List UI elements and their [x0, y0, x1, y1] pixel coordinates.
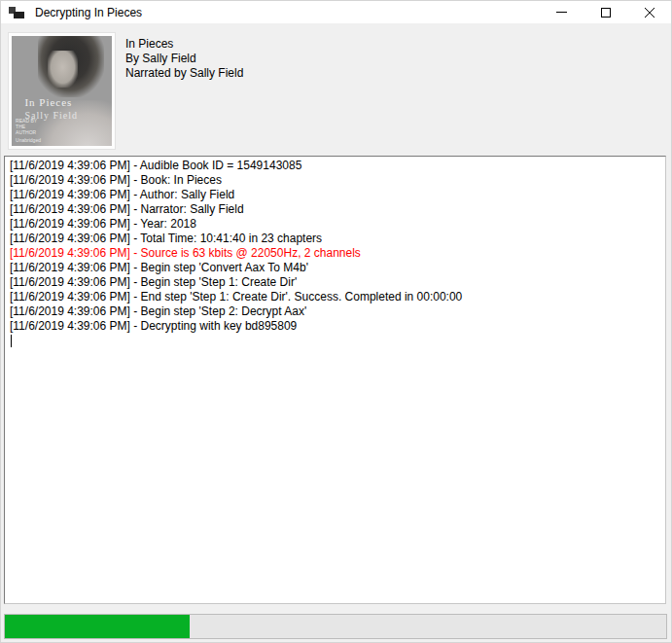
log-lines: [11/6/2019 4:39:06 PM] - Audible Book ID… — [10, 159, 665, 334]
cover-readby-text: READ BY THE AUTHOR — [16, 118, 41, 135]
window-title: Decrypting In Pieces — [35, 6, 540, 19]
progress-bar — [4, 614, 667, 639]
minimize-icon — [556, 12, 567, 13]
log-line: [11/6/2019 4:39:06 PM] - Author: Sally F… — [10, 188, 665, 202]
book-info: In Pieces By Sally Field Narrated by Sal… — [125, 37, 243, 81]
minimize-button[interactable] — [540, 1, 584, 23]
maximize-icon — [601, 8, 611, 18]
log-line: [11/6/2019 4:39:06 PM] - Decrypting with… — [10, 319, 665, 334]
close-icon — [644, 7, 655, 18]
maximize-button[interactable] — [584, 1, 627, 23]
titlebar[interactable]: Decrypting In Pieces — [1, 1, 671, 23]
log-line: [11/6/2019 4:39:06 PM] - Audible Book ID… — [10, 159, 665, 173]
log-line: [11/6/2019 4:39:06 PM] - Year: 2018 — [10, 217, 665, 232]
app-icon — [9, 5, 24, 20]
book-author: By Sally Field — [125, 52, 243, 66]
text-caret — [11, 335, 12, 347]
log-line: [11/6/2019 4:39:06 PM] - Begin step 'Ste… — [10, 275, 665, 290]
cover-title-text: In Pieces — [24, 96, 72, 108]
log-line: [11/6/2019 4:39:06 PM] - Begin step 'Ste… — [10, 304, 665, 319]
cover-edition-text: Unabridged — [16, 137, 41, 143]
log-line: [11/6/2019 4:39:06 PM] - Begin step 'Con… — [10, 261, 665, 275]
progress-fill — [5, 615, 190, 638]
app-window: Decrypting In Pieces In Pieces — [0, 0, 672, 643]
log-line: [11/6/2019 4:39:06 PM] - Book: In Pieces — [10, 173, 665, 188]
log-line: [11/6/2019 4:39:06 PM] - Total Time: 10:… — [10, 232, 665, 246]
log-line: [11/6/2019 4:39:06 PM] - End step 'Step … — [10, 290, 665, 304]
log-textbox[interactable]: [11/6/2019 4:39:06 PM] - Audible Book ID… — [4, 156, 666, 604]
book-narrator: Narrated by Sally Field — [125, 66, 243, 81]
cover-portrait-face — [48, 51, 78, 88]
book-cover-image: In Pieces Sally Field READ BY THE AUTHOR… — [9, 33, 115, 149]
book-title: In Pieces — [125, 37, 243, 52]
log-line: [11/6/2019 4:39:06 PM] - Source is 63 kb… — [10, 246, 665, 261]
log-line: [11/6/2019 4:39:06 PM] - Narrator: Sally… — [10, 202, 665, 217]
window-controls — [540, 1, 671, 23]
close-button[interactable] — [627, 1, 671, 23]
